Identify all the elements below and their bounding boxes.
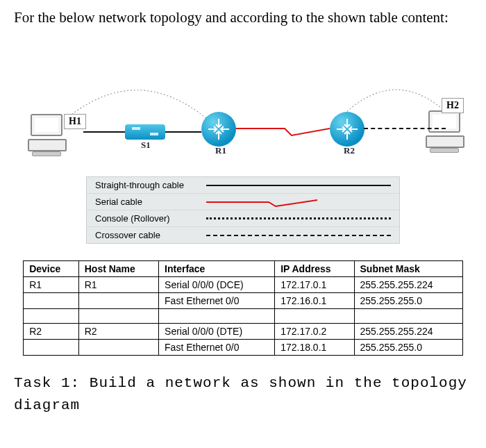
- link-s1-r1: [165, 131, 201, 133]
- router-r1-icon: [201, 112, 236, 147]
- cable-legend: Straight-through cable Serial cable Cons…: [86, 176, 400, 244]
- topology-diagram: H1 H2 S1 R1 R2: [21, 48, 465, 169]
- legend-row: Console (Rollover): [87, 210, 399, 226]
- link-r2-h2: [364, 128, 446, 129]
- table-row: R1 R1 Serial 0/0/0 (DCE) 172.17.0.1 255.…: [24, 277, 463, 293]
- router-r2-icon: [330, 112, 364, 147]
- th-mask: Subnet Mask: [354, 261, 462, 277]
- th-ip: IP Address: [275, 261, 354, 277]
- host-h1-icon: [28, 114, 64, 156]
- legend-row: Crossover cable: [87, 226, 399, 243]
- intro-text: For the below network topology and accor…: [14, 8, 472, 27]
- host-h1-label: H1: [64, 114, 86, 129]
- table-blank-row: [24, 309, 463, 324]
- router-r1-label: R1: [215, 145, 226, 156]
- legend-row: Straight-through cable: [87, 177, 399, 193]
- legend-label: Crossover cable: [95, 230, 206, 240]
- switch-s1-label: S1: [141, 140, 151, 151]
- legend-label: Serial cable: [95, 197, 206, 207]
- th-device: Device: [24, 261, 79, 277]
- host-h2-label: H2: [442, 98, 464, 113]
- table-row: Fast Ethernet 0/0 172.16.0.1 255.255.255…: [24, 293, 463, 309]
- legend-label: Console (Rollover): [95, 213, 206, 224]
- table-row: R2 R2 Serial 0/0/0 (DTE) 172.17.0.2 255.…: [24, 324, 463, 340]
- table-header-row: Device Host Name Interface IP Address Su…: [24, 261, 463, 277]
- table-row: Fast Ethernet 0/0 172.18.0.1 255.255.255…: [24, 340, 463, 356]
- task-text: Task 1: Build a network as shown in the …: [14, 372, 472, 416]
- th-interface: Interface: [159, 261, 275, 277]
- legend-row: Serial cable: [87, 193, 399, 210]
- link-h1-s1: [83, 131, 125, 133]
- th-hostname: Host Name: [78, 261, 158, 277]
- host-h2-icon: [426, 110, 462, 152]
- device-table: Device Host Name Interface IP Address Su…: [23, 260, 463, 356]
- switch-s1-icon: [125, 124, 165, 140]
- serial-link-r1-r2: [236, 123, 330, 137]
- router-r2-label: R2: [344, 145, 355, 156]
- legend-label: Straight-through cable: [95, 180, 206, 190]
